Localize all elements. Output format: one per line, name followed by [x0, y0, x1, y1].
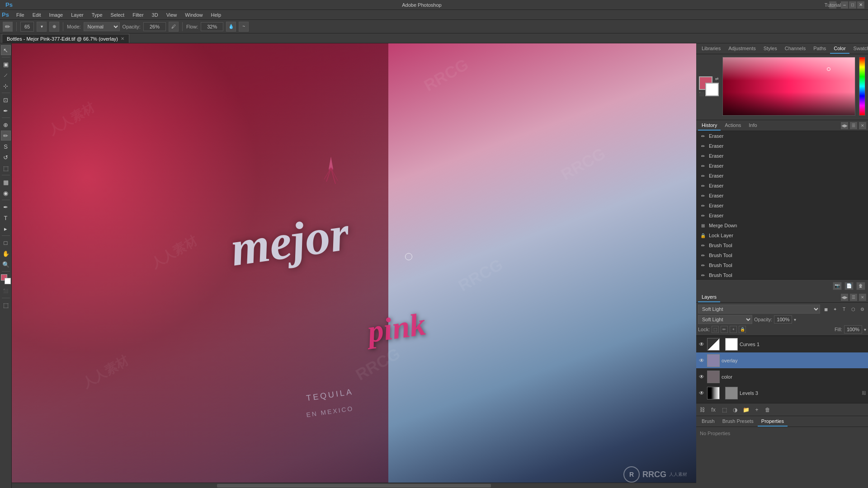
tab-adjustments[interactable]: Adjustments [725, 44, 760, 54]
tab-color[interactable]: Color [830, 44, 849, 54]
lock-pixel-btn[interactable]: ⬚ [712, 326, 719, 333]
filter-adj-btn[interactable]: ✦ [831, 305, 839, 313]
history-close-btn[interactable]: ✕ [859, 122, 866, 129]
layer-new-btn[interactable]: + [752, 406, 761, 414]
opacity-lock-btn[interactable]: 🖊 [169, 22, 179, 32]
brush-tool[interactable]: ✏ [1, 131, 11, 141]
history-delete-btn[interactable]: 🗑 [856, 282, 865, 290]
background-color[interactable] [5, 278, 11, 284]
history-item-11[interactable]: ✏Brush Tool [696, 240, 868, 250]
history-item-6[interactable]: ✏Eraser [696, 191, 868, 201]
filter-smart-btn[interactable]: ⚙ [858, 305, 866, 313]
shape-tool[interactable]: □ [1, 238, 11, 248]
background-color-swatch[interactable] [705, 83, 719, 96]
swap-colors-btn[interactable]: ⇄ [715, 76, 719, 81]
screen-mode-btn[interactable]: ⬚ [1, 300, 11, 310]
history-item-10[interactable]: 🔒Lock Layer [696, 230, 868, 240]
marquee-tool[interactable]: ▣ [1, 59, 11, 69]
pen-tool[interactable]: ✒ [1, 202, 11, 212]
healing-tool[interactable]: ⊕ [1, 120, 11, 130]
history-brush-tool[interactable]: ↺ [1, 152, 11, 162]
eraser-tool[interactable]: ⬚ [1, 163, 11, 173]
layer-mask-btn[interactable]: ⬚ [720, 406, 729, 414]
history-item-14[interactable]: ✏Brush Tool [696, 270, 868, 279]
layer-vis-color[interactable]: 👁 [698, 373, 705, 380]
layer-curves1[interactable]: 👁 Curves 1 [696, 336, 868, 352]
menu-help[interactable]: Help [207, 11, 225, 19]
layer-overlay[interactable]: 👁 overlay [696, 352, 868, 369]
layer-delete-btn[interactable]: 🗑 [763, 406, 772, 414]
tab-close-btn[interactable]: ✕ [121, 36, 124, 41]
layer-vis-curves1[interactable]: 👁 [698, 341, 705, 348]
minimize-button[interactable]: – [841, 1, 848, 9]
history-item-7[interactable]: ✏Eraser [696, 201, 868, 211]
menu-file[interactable]: File [13, 11, 28, 19]
layers-close-btn[interactable]: ✕ [859, 294, 866, 301]
history-item-9[interactable]: ⊞Merge Down [696, 221, 868, 230]
history-item-12[interactable]: ✏Brush Tool [696, 250, 868, 260]
layer-levels3[interactable]: 👁 Levels 3 ⛓ [696, 385, 868, 401]
menu-view[interactable]: View [163, 11, 181, 19]
filter-pixel-btn[interactable]: ◼ [822, 305, 830, 313]
layer-color[interactable]: 👁 color [696, 369, 868, 385]
tab-libraries[interactable]: Libraries [698, 44, 724, 54]
filter-type-btn[interactable]: T [840, 305, 848, 313]
opacity-arrow[interactable]: ▾ [794, 317, 796, 322]
opacity-input[interactable] [143, 22, 166, 31]
tab-channels[interactable]: Channels [781, 44, 809, 54]
airbrush-btn[interactable]: 💧 [226, 22, 236, 32]
tab-layers[interactable]: Layers [698, 292, 720, 302]
history-item-2[interactable]: ✏Eraser [696, 151, 868, 161]
mode-select[interactable]: Normal [84, 22, 120, 31]
opacity-input[interactable] [774, 315, 792, 324]
lock-artboard-btn[interactable]: + [730, 326, 737, 333]
menu-image[interactable]: Image [46, 11, 67, 19]
brush-size-display[interactable]: 65 [20, 22, 34, 32]
filter-shape-btn[interactable]: ⬡ [849, 305, 857, 313]
layers-menu-btn[interactable]: ☰ [850, 294, 857, 301]
brush-tool-icon[interactable]: ✏ [3, 22, 13, 32]
layer-fx-btn[interactable]: fx [709, 406, 718, 414]
history-item-0[interactable]: ✏Eraser [696, 131, 868, 141]
history-item-4[interactable]: ✏Eraser [696, 171, 868, 181]
quick-mask-btn[interactable]: ⬛ [1, 286, 11, 296]
tab-properties[interactable]: Properties [758, 417, 788, 427]
quick-select-tool[interactable]: ⊹ [1, 81, 11, 91]
layer-vis-levels3[interactable]: 👁 [698, 389, 705, 397]
close-button[interactable]: ✕ [857, 1, 864, 9]
history-menu-btn[interactable]: ☰ [850, 122, 857, 129]
menu-type[interactable]: Type [88, 11, 106, 19]
tab-info[interactable]: Info [745, 121, 760, 131]
hue-slider[interactable] [859, 57, 865, 116]
tab-actions[interactable]: Actions [721, 121, 745, 131]
history-snapshot-btn[interactable]: 📷 [833, 282, 842, 290]
clone-stamp-tool[interactable]: S [1, 141, 11, 151]
blur-tool[interactable]: ◉ [1, 188, 11, 198]
blend-mode-select[interactable]: Kind Normal Soft Light [698, 305, 820, 314]
color-picker-gradient[interactable] [722, 57, 855, 116]
brush-preset-btn[interactable]: ⊕ [49, 22, 59, 32]
menu-edit[interactable]: Edit [29, 11, 45, 19]
move-tool[interactable]: ↖ [1, 45, 11, 55]
smoothing-btn[interactable]: ~ [239, 22, 249, 32]
tab-history[interactable]: History [698, 121, 721, 131]
history-new-doc-btn[interactable]: 📄 [844, 282, 854, 290]
zoom-tool[interactable]: 🔍 [1, 259, 11, 269]
tab-brush-presets[interactable]: Brush Presets [719, 417, 757, 427]
maximize-button[interactable]: □ [849, 1, 856, 9]
path-select-tool[interactable]: ▸ [1, 224, 11, 234]
fill-arrow[interactable]: ▾ [864, 327, 866, 332]
default-colors-btn[interactable]: ⬛ [699, 92, 704, 96]
lock-all-btn[interactable]: 🔒 [739, 326, 746, 333]
crop-tool[interactable]: ⊡ [1, 95, 11, 105]
tab-brush[interactable]: Brush [698, 417, 718, 427]
layer-adj-btn[interactable]: ◑ [731, 406, 740, 414]
fill-input[interactable] [844, 325, 862, 333]
eyedropper-tool[interactable]: ✒ [1, 106, 11, 116]
hand-tool[interactable]: ✋ [1, 249, 11, 258]
menu-window[interactable]: Window [181, 11, 206, 19]
history-item-1[interactable]: ✏Eraser [696, 141, 868, 151]
tab-styles[interactable]: Styles [760, 44, 781, 54]
flow-input[interactable] [201, 22, 223, 31]
menu-layer[interactable]: Layer [67, 11, 87, 19]
